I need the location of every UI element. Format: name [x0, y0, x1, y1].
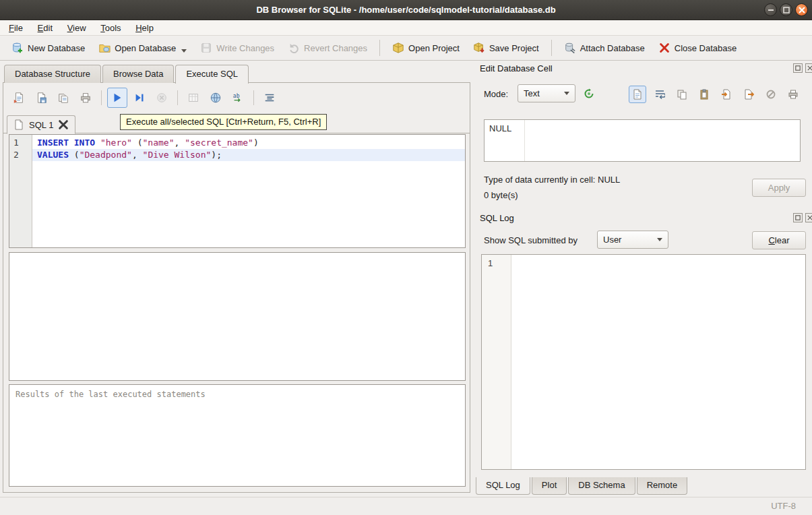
sql-toolbar-separator [253, 90, 254, 105]
sql-document-icon [13, 119, 24, 130]
float-panel-button[interactable] [793, 213, 803, 222]
revert-changes-button[interactable]: Revert Changes [282, 38, 373, 57]
new-database-label: New Database [28, 43, 85, 53]
results-placeholder-text: Results of the last executed statements [15, 390, 206, 399]
stop-button[interactable] [152, 88, 172, 108]
log-gutter: 1 [482, 255, 511, 469]
encoding-indicator[interactable]: UTF-8 [771, 501, 796, 511]
set-null-button[interactable] [762, 86, 780, 103]
maximize-button[interactable] [780, 3, 792, 16]
mode-value: Text [524, 88, 540, 98]
new-database-icon [11, 42, 24, 54]
menu-help[interactable]: Help [129, 20, 160, 36]
log-filter-value: User [603, 235, 621, 245]
float-panel-button[interactable] [793, 63, 803, 73]
print-cell-button[interactable] [784, 86, 802, 103]
sql-code-lines[interactable]: INSERT INTO "hero" ("name", "secret_name… [32, 135, 465, 247]
clear-log-button[interactable]: Clear [752, 231, 806, 249]
menu-file[interactable]: File [3, 20, 29, 36]
close-database-button[interactable]: Close Database [652, 38, 743, 57]
export-results-button[interactable] [183, 88, 204, 108]
status-bar: UTF-8 [0, 497, 812, 515]
close-panel-button[interactable] [805, 63, 812, 73]
svg-text:ab: ab [233, 92, 240, 99]
close-panel-button[interactable] [805, 213, 812, 222]
export-icon [743, 89, 754, 100]
window-controls [764, 3, 808, 16]
attach-database-button[interactable]: Attach Database [558, 38, 651, 57]
text-mode-button[interactable] [629, 86, 646, 103]
tab-sql-log[interactable]: SQL Log [476, 477, 530, 495]
auto-mode-button[interactable] [580, 85, 598, 102]
cell-value: NULL [485, 120, 525, 161]
sql-gutter: 12 [9, 135, 32, 247]
sql-toolbar-separator [101, 90, 102, 105]
save-results-button[interactable] [206, 88, 226, 108]
paste-cell-button[interactable] [695, 86, 713, 103]
print-sql-button[interactable] [75, 88, 96, 108]
import-data-button[interactable] [718, 86, 735, 103]
tab-db-schema[interactable]: DB Schema [568, 477, 635, 495]
app-window: DB Browser for SQLite - /home/user/code/… [0, 0, 812, 515]
auto-mode-icon [584, 88, 594, 99]
execute-sql-panel: ab SQL 1 12 [3, 82, 470, 493]
copy-cell-button[interactable] [673, 86, 691, 103]
text-document-icon [632, 89, 643, 100]
revert-changes-label: Revert Changes [304, 43, 367, 53]
mode-combobox[interactable]: Text [518, 84, 575, 102]
menu-tools[interactable]: Tools [94, 20, 127, 36]
close-database-label: Close Database [675, 43, 737, 53]
save-sql-as-button[interactable] [53, 88, 73, 108]
open-database-label: Open Database [115, 43, 176, 53]
close-button[interactable] [795, 3, 808, 16]
open-database-icon [98, 42, 111, 54]
menu-view[interactable]: View [61, 20, 92, 36]
open-database-dropdown-icon[interactable] [181, 49, 187, 53]
sql-document-tab[interactable]: SQL 1 [7, 115, 75, 134]
minimize-button[interactable] [764, 3, 777, 16]
save-results-icon [210, 92, 222, 104]
stop-icon [156, 92, 168, 104]
sql-tab-label: SQL 1 [29, 120, 53, 130]
maximize-icon [781, 5, 792, 16]
write-changes-button[interactable]: Write Changes [194, 38, 280, 57]
tab-database-structure[interactable]: Database Structure [4, 65, 101, 83]
attach-database-label: Attach Database [580, 43, 645, 53]
mode-label: Mode: [484, 89, 508, 99]
sql-log-view[interactable]: 1 [481, 254, 806, 470]
execute-line-icon [133, 92, 146, 104]
new-database-button[interactable]: New Database [5, 38, 91, 57]
tab-plot[interactable]: Plot [532, 477, 567, 495]
tab-remote[interactable]: Remote [637, 477, 688, 495]
word-wrap-icon [654, 89, 665, 100]
float-icon [795, 65, 801, 71]
find-replace-icon: ab [232, 92, 244, 104]
menu-edit[interactable]: Edit [32, 20, 59, 36]
open-database-button[interactable]: Open Database [92, 38, 193, 57]
close-tab-icon[interactable] [58, 119, 69, 130]
execute-all-button[interactable] [107, 88, 127, 108]
cell-editor[interactable]: NULL [484, 119, 801, 162]
save-project-label: Save Project [489, 43, 539, 53]
import-icon [721, 89, 732, 100]
cell-toolbar [629, 86, 802, 103]
open-sql-file-button[interactable] [9, 88, 29, 108]
execute-line-button[interactable] [129, 88, 150, 108]
tab-execute-sql[interactable]: Execute SQL [175, 65, 249, 84]
sql-editor[interactable]: 12 INSERT INTO "hero" ("name", "secret_n… [9, 134, 466, 248]
menu-bar: File Edit View Tools Help [0, 20, 812, 36]
save-project-button[interactable]: Save Project [467, 38, 545, 57]
find-replace-button[interactable]: ab [228, 88, 248, 108]
tab-browse-data[interactable]: Browse Data [102, 65, 174, 83]
format-sql-button[interactable] [259, 88, 280, 108]
close-database-icon [658, 42, 670, 54]
log-filter-combobox[interactable]: User [597, 231, 668, 249]
save-sql-file-button[interactable] [31, 88, 51, 108]
export-data-button[interactable] [740, 86, 757, 103]
cell-editor-body[interactable] [525, 120, 800, 161]
results-grid[interactable] [9, 252, 466, 381]
toolbar-separator [551, 40, 552, 56]
apply-button[interactable]: Apply [752, 179, 806, 197]
word-wrap-button[interactable] [651, 86, 668, 103]
open-project-button[interactable]: Open Project [386, 38, 466, 57]
